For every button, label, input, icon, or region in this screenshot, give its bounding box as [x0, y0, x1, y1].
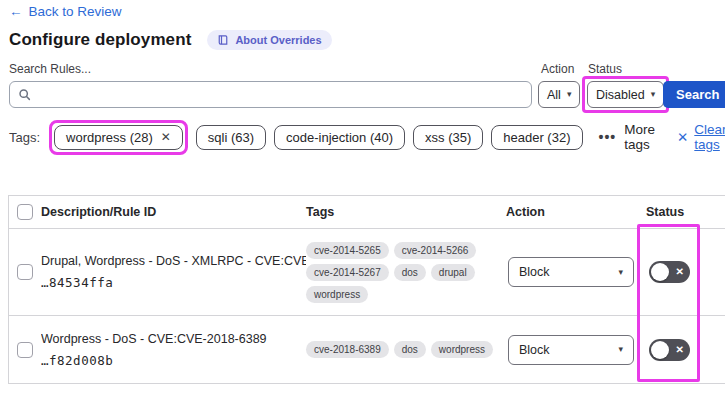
back-arrow-icon: ← [9, 4, 23, 19]
tag-pill-label: wordpress (28) [66, 130, 153, 145]
tag-pill-label: sqli (63) [208, 130, 254, 145]
search-icon [18, 88, 31, 101]
chevron-down-icon: ▾ [567, 90, 572, 99]
clear-icon: ✕ [677, 129, 688, 145]
rule-tags: cve-2014-5265 cve-2014-5266 cve-2014-526… [306, 229, 506, 315]
configure-deployment-page: ← Back to Review Configure deployment Ab… [0, 0, 725, 406]
rule-id: …84534ffa [41, 275, 113, 290]
tag-pill-code-injection[interactable]: code-injection (40) [274, 125, 405, 150]
column-header-tags: Tags [306, 196, 506, 228]
status-toggle[interactable]: ✕ [649, 261, 690, 283]
status-toggle[interactable]: ✕ [649, 339, 690, 361]
tag-pill-label: code-injection (40) [286, 130, 393, 145]
more-dots-icon: ••• [599, 129, 617, 145]
about-overrides-badge[interactable]: About Overrides [207, 30, 331, 50]
rules-table: Description/Rule ID Tags Action Status D… [8, 195, 725, 384]
rule-tag-chip: cve-2014-5265 [306, 242, 389, 259]
status-filter-dropdown[interactable]: Disabled ▾ [587, 81, 664, 108]
select-all-checkbox[interactable] [17, 204, 33, 220]
tag-pill-label: header (32) [503, 130, 570, 145]
column-header-description: Description/Rule ID [41, 196, 306, 228]
rule-tag-chip: wordpress [431, 341, 493, 358]
rule-id: …f82d008b [41, 353, 113, 368]
row-checkbox[interactable] [17, 264, 33, 280]
search-button[interactable]: Search [663, 81, 725, 108]
toggle-x-icon: ✕ [676, 267, 684, 277]
chevron-down-icon: ▾ [651, 90, 656, 99]
row-checkbox[interactable] [17, 342, 33, 358]
status-dropdown-highlight: Disabled ▾ [582, 76, 669, 113]
table-row: Drupal, Wordpress - DoS - XMLRPC - CVE:C… [9, 229, 725, 316]
clear-tags-label: Clear tags [694, 122, 725, 152]
chevron-down-icon: ▾ [618, 345, 623, 354]
rule-tag-chip: cve-2018-6389 [306, 341, 389, 358]
rule-tag-chip: cve-2014-5267 [306, 264, 389, 281]
rule-description: Drupal, Wordpress - DoS - XMLRPC - CVE:C… [41, 254, 306, 268]
rule-tag-chip: cve-2014-5266 [394, 242, 477, 259]
status-filter-value: Disabled [596, 88, 645, 102]
action-filter-value: All [547, 88, 561, 102]
back-link-label: Back to Review [29, 4, 122, 19]
more-tags-label: More tags [624, 122, 655, 152]
book-icon [217, 34, 229, 46]
action-filter-label: Action [541, 62, 574, 76]
search-rules-input[interactable] [37, 86, 523, 103]
toggle-knob [651, 341, 669, 359]
search-rules-label: Search Rules... [9, 62, 91, 76]
about-overrides-label: About Overrides [235, 34, 321, 46]
tags-filter-bar: Tags: wordpress (28) ✕ sqli (63) code-in… [9, 116, 725, 158]
tag-pill-wordpress[interactable]: wordpress (28) ✕ [54, 125, 183, 150]
toggle-x-icon: ✕ [676, 345, 684, 355]
table-row: Wordpress - DoS - CVE:CVE-2018-6389 …f82… [9, 316, 725, 384]
selected-tag-highlight: wordpress (28) ✕ [49, 120, 188, 155]
rule-description: Wordpress - DoS - CVE:CVE-2018-6389 [41, 332, 267, 346]
status-filter-label: Status [588, 62, 622, 76]
clear-tags-link[interactable]: ✕ Clear tags [677, 122, 725, 152]
tags-label: Tags: [9, 130, 40, 145]
tag-pill-label: xss (35) [425, 130, 471, 145]
column-header-action: Action [506, 196, 646, 228]
chevron-down-icon: ▾ [618, 268, 623, 277]
rule-tags: cve-2018-6389 dos wordpress [306, 316, 506, 383]
page-header: Configure deployment About Overrides [9, 30, 332, 50]
column-header-status: Status [646, 196, 725, 228]
action-select-value: Block [519, 265, 550, 279]
tag-pill-sqli[interactable]: sqli (63) [196, 125, 266, 150]
rule-tag-chip: dos [394, 341, 426, 358]
action-select[interactable]: Block ▾ [508, 335, 634, 365]
action-select-value: Block [519, 343, 550, 357]
rule-tag-chip: dos [394, 264, 426, 281]
more-tags-button[interactable]: ••• More tags [599, 122, 655, 152]
rule-tag-chip: wordpress [306, 286, 368, 303]
tag-pill-header[interactable]: header (32) [491, 125, 582, 150]
tag-pill-xss[interactable]: xss (35) [413, 125, 483, 150]
action-filter-dropdown[interactable]: All ▾ [538, 81, 580, 108]
table-header-row: Description/Rule ID Tags Action Status [9, 196, 725, 229]
search-rules-field[interactable] [9, 81, 532, 108]
action-select[interactable]: Block ▾ [508, 257, 634, 287]
rule-tag-chip: drupal [431, 264, 475, 281]
toggle-knob [651, 263, 669, 281]
back-to-review-link[interactable]: ← Back to Review [9, 4, 122, 19]
remove-tag-icon[interactable]: ✕ [161, 130, 171, 144]
page-title: Configure deployment [9, 30, 191, 50]
